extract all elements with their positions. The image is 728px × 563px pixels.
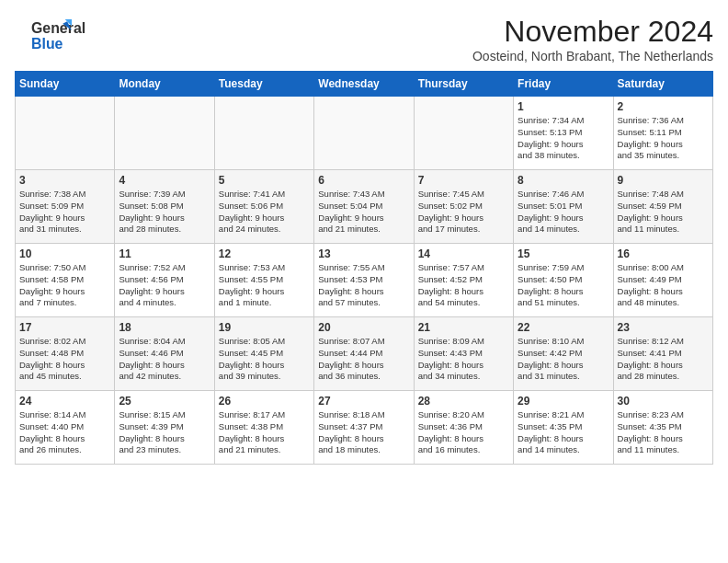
title-section: November 2024 Oosteind, North Brabant, T… (472, 15, 713, 63)
calendar-cell: 15Sunrise: 7:59 AM Sunset: 4:50 PM Dayli… (514, 244, 613, 317)
svg-text:General: General (31, 20, 85, 36)
day-info: Sunrise: 7:36 AM Sunset: 5:11 PM Dayligh… (618, 115, 709, 162)
day-info: Sunrise: 8:14 AM Sunset: 4:40 PM Dayligh… (19, 409, 110, 456)
day-info: Sunrise: 8:05 AM Sunset: 4:45 PM Dayligh… (219, 336, 310, 383)
day-number: 11 (119, 247, 210, 260)
day-number: 25 (119, 395, 210, 408)
day-info: Sunrise: 7:52 AM Sunset: 4:56 PM Dayligh… (119, 262, 210, 309)
calendar-cell: 11Sunrise: 7:52 AM Sunset: 4:56 PM Dayli… (115, 244, 214, 317)
day-number: 1 (518, 100, 609, 113)
day-info: Sunrise: 7:55 AM Sunset: 4:53 PM Dayligh… (318, 262, 409, 309)
calendar-cell: 1Sunrise: 7:34 AM Sunset: 5:13 PM Daylig… (514, 97, 613, 170)
weekday-header-wednesday: Wednesday (314, 72, 414, 97)
day-info: Sunrise: 7:41 AM Sunset: 5:06 PM Dayligh… (219, 189, 310, 236)
day-number: 2 (618, 100, 709, 113)
calendar-cell: 28Sunrise: 8:20 AM Sunset: 4:36 PM Dayli… (414, 391, 513, 465)
day-info: Sunrise: 7:48 AM Sunset: 4:59 PM Dayligh… (618, 189, 709, 236)
day-info: Sunrise: 8:09 AM Sunset: 4:43 PM Dayligh… (418, 336, 509, 383)
calendar-cell: 21Sunrise: 8:09 AM Sunset: 4:43 PM Dayli… (414, 317, 513, 391)
calendar-cell: 13Sunrise: 7:55 AM Sunset: 4:53 PM Dayli… (314, 244, 414, 317)
day-number: 4 (119, 174, 210, 187)
week-row-2: 3Sunrise: 7:38 AM Sunset: 5:09 PM Daylig… (16, 170, 713, 244)
day-info: Sunrise: 8:00 AM Sunset: 4:49 PM Dayligh… (618, 262, 709, 309)
calendar-cell (16, 97, 115, 170)
calendar-cell: 9Sunrise: 7:48 AM Sunset: 4:59 PM Daylig… (613, 170, 712, 244)
week-row-3: 10Sunrise: 7:50 AM Sunset: 4:58 PM Dayli… (16, 244, 713, 317)
day-info: Sunrise: 7:39 AM Sunset: 5:08 PM Dayligh… (119, 189, 210, 236)
calendar-cell (314, 97, 414, 170)
weekday-header-saturday: Saturday (613, 72, 712, 97)
day-info: Sunrise: 8:04 AM Sunset: 4:46 PM Dayligh… (119, 336, 210, 383)
calendar-cell: 6Sunrise: 7:43 AM Sunset: 5:04 PM Daylig… (314, 170, 414, 244)
week-row-4: 17Sunrise: 8:02 AM Sunset: 4:48 PM Dayli… (16, 317, 713, 391)
day-number: 24 (19, 395, 110, 408)
month-title: November 2024 (472, 15, 713, 49)
day-number: 5 (219, 174, 310, 187)
day-number: 27 (318, 395, 409, 408)
calendar-cell: 2Sunrise: 7:36 AM Sunset: 5:11 PM Daylig… (613, 97, 712, 170)
day-info: Sunrise: 8:17 AM Sunset: 4:38 PM Dayligh… (219, 409, 310, 456)
calendar-cell: 20Sunrise: 8:07 AM Sunset: 4:44 PM Dayli… (314, 317, 414, 391)
calendar-cell: 3Sunrise: 7:38 AM Sunset: 5:09 PM Daylig… (16, 170, 115, 244)
calendar-cell (214, 97, 313, 170)
calendar-cell: 18Sunrise: 8:04 AM Sunset: 4:46 PM Dayli… (115, 317, 214, 391)
calendar-cell: 27Sunrise: 8:18 AM Sunset: 4:37 PM Dayli… (314, 391, 414, 465)
day-number: 14 (418, 247, 509, 260)
day-info: Sunrise: 8:15 AM Sunset: 4:39 PM Dayligh… (119, 409, 210, 456)
day-number: 28 (418, 395, 509, 408)
day-info: Sunrise: 8:10 AM Sunset: 4:42 PM Dayligh… (518, 336, 609, 383)
calendar-cell: 8Sunrise: 7:46 AM Sunset: 5:01 PM Daylig… (514, 170, 613, 244)
day-info: Sunrise: 8:21 AM Sunset: 4:35 PM Dayligh… (518, 409, 609, 456)
calendar-table: SundayMondayTuesdayWednesdayThursdayFrid… (15, 71, 713, 465)
day-info: Sunrise: 8:18 AM Sunset: 4:37 PM Dayligh… (318, 409, 409, 456)
day-info: Sunrise: 7:46 AM Sunset: 5:01 PM Dayligh… (518, 189, 609, 236)
calendar-cell: 25Sunrise: 8:15 AM Sunset: 4:39 PM Dayli… (115, 391, 214, 465)
calendar-cell: 14Sunrise: 7:57 AM Sunset: 4:52 PM Dayli… (414, 244, 513, 317)
weekday-header-row: SundayMondayTuesdayWednesdayThursdayFrid… (16, 72, 713, 97)
calendar-cell: 17Sunrise: 8:02 AM Sunset: 4:48 PM Dayli… (16, 317, 115, 391)
day-number: 30 (618, 395, 709, 408)
calendar-cell: 7Sunrise: 7:45 AM Sunset: 5:02 PM Daylig… (414, 170, 513, 244)
calendar-cell: 4Sunrise: 7:39 AM Sunset: 5:08 PM Daylig… (115, 170, 214, 244)
day-number: 6 (318, 174, 409, 187)
day-info: Sunrise: 7:57 AM Sunset: 4:52 PM Dayligh… (418, 262, 509, 309)
calendar-cell (414, 97, 513, 170)
day-info: Sunrise: 7:43 AM Sunset: 5:04 PM Dayligh… (318, 189, 409, 236)
day-info: Sunrise: 7:59 AM Sunset: 4:50 PM Dayligh… (518, 262, 609, 309)
day-number: 16 (618, 247, 709, 260)
day-number: 20 (318, 321, 409, 334)
calendar-cell: 19Sunrise: 8:05 AM Sunset: 4:45 PM Dayli… (214, 317, 313, 391)
day-info: Sunrise: 7:34 AM Sunset: 5:13 PM Dayligh… (518, 115, 609, 162)
day-number: 21 (418, 321, 509, 334)
day-number: 8 (518, 174, 609, 187)
calendar-cell: 22Sunrise: 8:10 AM Sunset: 4:42 PM Dayli… (514, 317, 613, 391)
day-number: 17 (19, 321, 110, 334)
logo: General Blue General Blue (15, 15, 88, 55)
day-info: Sunrise: 7:50 AM Sunset: 4:58 PM Dayligh… (19, 262, 110, 309)
day-info: Sunrise: 8:07 AM Sunset: 4:44 PM Dayligh… (318, 336, 409, 383)
day-info: Sunrise: 8:02 AM Sunset: 4:48 PM Dayligh… (19, 336, 110, 383)
day-number: 13 (318, 247, 409, 260)
day-number: 7 (418, 174, 509, 187)
svg-text:Blue: Blue (31, 36, 63, 52)
day-info: Sunrise: 8:20 AM Sunset: 4:36 PM Dayligh… (418, 409, 509, 456)
calendar-cell: 30Sunrise: 8:23 AM Sunset: 4:35 PM Dayli… (613, 391, 712, 465)
page-header: General Blue General Blue November 2024 … (15, 15, 713, 63)
calendar-cell: 26Sunrise: 8:17 AM Sunset: 4:38 PM Dayli… (214, 391, 313, 465)
calendar-cell (115, 97, 214, 170)
day-number: 3 (19, 174, 110, 187)
day-info: Sunrise: 7:53 AM Sunset: 4:55 PM Dayligh… (219, 262, 310, 309)
calendar-cell: 10Sunrise: 7:50 AM Sunset: 4:58 PM Dayli… (16, 244, 115, 317)
calendar-cell: 12Sunrise: 7:53 AM Sunset: 4:55 PM Dayli… (214, 244, 313, 317)
weekday-header-sunday: Sunday (16, 72, 115, 97)
calendar-cell: 5Sunrise: 7:41 AM Sunset: 5:06 PM Daylig… (214, 170, 313, 244)
day-info: Sunrise: 8:12 AM Sunset: 4:41 PM Dayligh… (618, 336, 709, 383)
day-info: Sunrise: 8:23 AM Sunset: 4:35 PM Dayligh… (618, 409, 709, 456)
weekday-header-thursday: Thursday (414, 72, 513, 97)
day-number: 18 (119, 321, 210, 334)
calendar-cell: 24Sunrise: 8:14 AM Sunset: 4:40 PM Dayli… (16, 391, 115, 465)
calendar-cell: 16Sunrise: 8:00 AM Sunset: 4:49 PM Dayli… (613, 244, 712, 317)
calendar-cell: 23Sunrise: 8:12 AM Sunset: 4:41 PM Dayli… (613, 317, 712, 391)
weekday-header-friday: Friday (514, 72, 613, 97)
logo-icon: General Blue (15, 15, 88, 55)
